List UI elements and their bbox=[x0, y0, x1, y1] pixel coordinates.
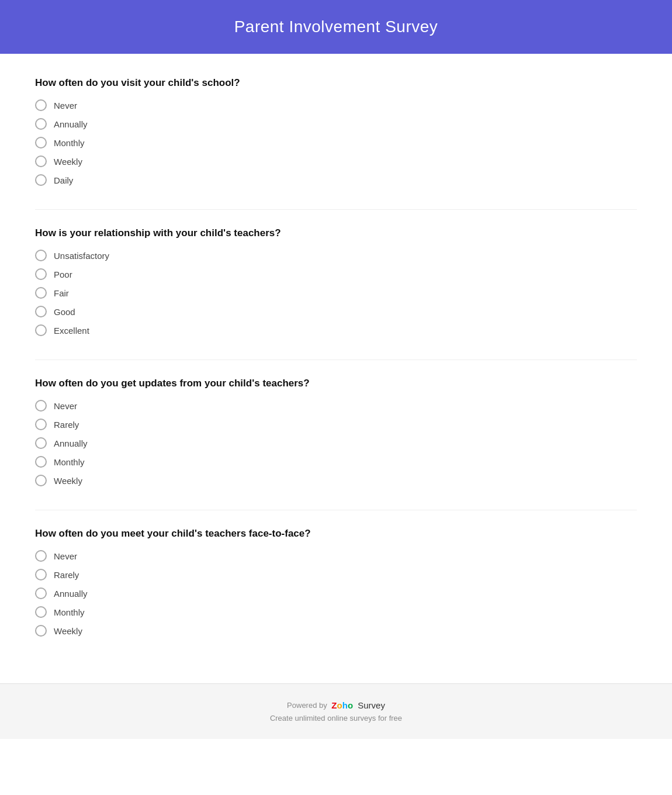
option-label-q1-4: Daily bbox=[54, 175, 73, 185]
radio-q3-3[interactable] bbox=[35, 456, 47, 468]
radio-q3-1[interactable] bbox=[35, 419, 47, 430]
radio-q2-1[interactable] bbox=[35, 268, 47, 280]
radio-q3-4[interactable] bbox=[35, 475, 47, 486]
page-header: Parent Involvement Survey bbox=[0, 0, 672, 54]
list-item[interactable]: Annually bbox=[35, 437, 637, 449]
list-item[interactable]: Weekly bbox=[35, 475, 637, 486]
question-divider bbox=[35, 209, 637, 210]
radio-q4-2[interactable] bbox=[35, 587, 47, 599]
zoho-logo: Zoho bbox=[331, 700, 353, 710]
radio-q4-4[interactable] bbox=[35, 625, 47, 637]
option-label-q3-1: Rarely bbox=[54, 420, 79, 430]
question-divider bbox=[35, 360, 637, 360]
option-label-q1-0: Never bbox=[54, 101, 77, 110]
radio-q2-4[interactable] bbox=[35, 324, 47, 336]
radio-q2-0[interactable] bbox=[35, 250, 47, 261]
list-item[interactable]: Good bbox=[35, 306, 637, 317]
list-item[interactable]: Monthly bbox=[35, 606, 637, 618]
footer-survey-label: Survey bbox=[355, 700, 385, 710]
page-footer: Powered by Zoho Survey Create unlimited … bbox=[0, 683, 672, 739]
option-label-q1-3: Weekly bbox=[54, 157, 82, 167]
option-label-q3-4: Weekly bbox=[54, 476, 82, 486]
question-text-4: How often do you meet your child's teach… bbox=[35, 528, 637, 540]
radio-q1-4[interactable] bbox=[35, 174, 47, 186]
question-text-2: How is your relationship with your child… bbox=[35, 227, 637, 239]
zoho-o1: o bbox=[337, 700, 342, 710]
radio-q4-0[interactable] bbox=[35, 550, 47, 562]
list-item[interactable]: Excellent bbox=[35, 324, 637, 336]
radio-q2-3[interactable] bbox=[35, 306, 47, 317]
page-title: Parent Involvement Survey bbox=[12, 18, 660, 36]
list-item[interactable]: Rarely bbox=[35, 419, 637, 430]
option-label-q4-3: Monthly bbox=[54, 607, 85, 617]
footer-powered-line: Powered by Zoho Survey bbox=[12, 700, 660, 710]
option-label-q3-2: Annually bbox=[54, 438, 88, 448]
list-item[interactable]: Weekly bbox=[35, 155, 637, 167]
option-label-q3-3: Monthly bbox=[54, 457, 85, 467]
radio-q1-3[interactable] bbox=[35, 155, 47, 167]
list-item[interactable]: Monthly bbox=[35, 137, 637, 148]
question-divider bbox=[35, 510, 637, 510]
option-label-q1-1: Annually bbox=[54, 119, 88, 129]
option-label-q4-4: Weekly bbox=[54, 626, 82, 636]
list-item[interactable]: Never bbox=[35, 550, 637, 562]
list-item[interactable]: Unsatisfactory bbox=[35, 250, 637, 261]
question-block-3: How often do you get updates from your c… bbox=[35, 378, 637, 486]
radio-q1-1[interactable] bbox=[35, 118, 47, 130]
option-label-q4-1: Rarely bbox=[54, 570, 79, 580]
footer-tagline: Create unlimited online surveys for free bbox=[12, 714, 660, 723]
radio-q3-2[interactable] bbox=[35, 437, 47, 449]
radio-q1-0[interactable] bbox=[35, 99, 47, 111]
option-list-4: NeverRarelyAnnuallyMonthlyWeekly bbox=[35, 550, 637, 637]
option-list-3: NeverRarelyAnnuallyMonthlyWeekly bbox=[35, 400, 637, 486]
radio-q4-3[interactable] bbox=[35, 606, 47, 618]
list-item[interactable]: Daily bbox=[35, 174, 637, 186]
option-label-q4-0: Never bbox=[54, 551, 77, 561]
option-label-q1-2: Monthly bbox=[54, 138, 85, 148]
radio-q1-2[interactable] bbox=[35, 137, 47, 148]
question-text-1: How often do you visit your child's scho… bbox=[35, 77, 637, 89]
question-text-3: How often do you get updates from your c… bbox=[35, 378, 637, 389]
option-list-2: UnsatisfactoryPoorFairGoodExcellent bbox=[35, 250, 637, 336]
option-label-q2-2: Fair bbox=[54, 288, 69, 298]
zoho-o2: o bbox=[348, 700, 353, 710]
question-block-4: How often do you meet your child's teach… bbox=[35, 528, 637, 637]
list-item[interactable]: Monthly bbox=[35, 456, 637, 468]
radio-q2-2[interactable] bbox=[35, 287, 47, 299]
list-item[interactable]: Never bbox=[35, 400, 637, 412]
zoho-z: Z bbox=[331, 700, 337, 710]
option-label-q2-1: Poor bbox=[54, 269, 72, 279]
list-item[interactable]: Poor bbox=[35, 268, 637, 280]
list-item[interactable]: Fair bbox=[35, 287, 637, 299]
zoho-h: h bbox=[342, 700, 348, 710]
radio-q4-1[interactable] bbox=[35, 569, 47, 580]
list-item[interactable]: Annually bbox=[35, 587, 637, 599]
option-label-q2-3: Good bbox=[54, 307, 75, 317]
option-label-q4-2: Annually bbox=[54, 589, 88, 599]
powered-by-text: Powered by bbox=[287, 701, 329, 710]
survey-body: How often do you visit your child's scho… bbox=[0, 54, 672, 683]
question-block-1: How often do you visit your child's scho… bbox=[35, 77, 637, 186]
option-label-q2-0: Unsatisfactory bbox=[54, 251, 109, 261]
list-item[interactable]: Never bbox=[35, 99, 637, 111]
list-item[interactable]: Weekly bbox=[35, 625, 637, 637]
option-label-q2-4: Excellent bbox=[54, 326, 89, 336]
question-block-2: How is your relationship with your child… bbox=[35, 227, 637, 336]
list-item[interactable]: Annually bbox=[35, 118, 637, 130]
radio-q3-0[interactable] bbox=[35, 400, 47, 412]
option-label-q3-0: Never bbox=[54, 401, 77, 411]
option-list-1: NeverAnnuallyMonthlyWeeklyDaily bbox=[35, 99, 637, 186]
list-item[interactable]: Rarely bbox=[35, 569, 637, 580]
